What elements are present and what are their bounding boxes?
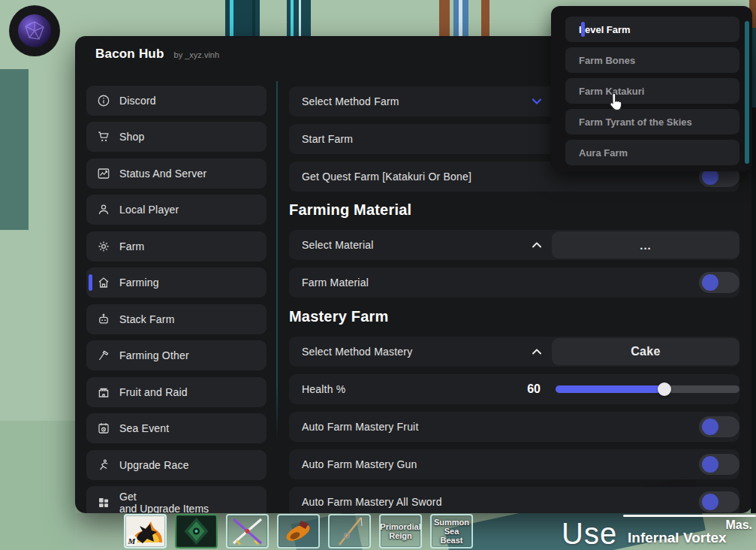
section-title-mastery-farm: Mastery Farm [289, 308, 388, 325]
dropdown-option-label: Farm Katakuri [579, 86, 644, 97]
sidebar-item-label: Local Player [119, 204, 179, 216]
screen: Bacon Hub by _xyz.vinh Discord Shop [0, 0, 756, 550]
slider-knob[interactable] [658, 382, 671, 396]
sidebar-item-stack-farm[interactable]: Stack Farm [86, 304, 267, 334]
auto-farm-mastery-all-sword-row: Auto Farm Mastery All Sword [289, 487, 739, 513]
row-label: Select Method Farm [302, 95, 399, 107]
select-mastery-value: Cake [631, 345, 660, 358]
row-label: Start Farm [302, 133, 353, 145]
skill-slot-label: Summon Sea Beast [432, 515, 471, 547]
toggle-knob [702, 494, 718, 510]
row-label: Select Material [302, 239, 374, 251]
row-label: Get Quest Farm [Katakuri Or Bone] [302, 171, 471, 183]
hotbar-slot-dark-emblem[interactable] [175, 514, 218, 548]
chevron-up-icon[interactable] [529, 344, 544, 359]
select-mastery-value-button[interactable]: Cake [552, 338, 739, 365]
sidebar-item-discord[interactable]: Discord [86, 86, 267, 116]
robot-icon [97, 313, 110, 326]
hotbar-slot-primordial-reign[interactable]: Primordial Reign [379, 514, 422, 548]
row-label: Health % [302, 383, 345, 395]
content-scrollbar[interactable] [276, 81, 278, 442]
sidebar-item-label: Shop [119, 131, 145, 143]
row-label: Auto Farm Mastery Fruit [302, 421, 419, 433]
bg-tower-stripe [299, 0, 301, 38]
dropdown-option-farm-katakuri[interactable]: Farm Katakuri [565, 78, 739, 104]
farm-material-toggle[interactable] [699, 272, 739, 293]
active-indicator [89, 274, 92, 291]
toggle-knob [702, 274, 718, 291]
auto-farm-mastery-gun-toggle[interactable] [699, 454, 739, 475]
grid-icon [97, 496, 110, 509]
sidebar-item-label: Farming Other [119, 349, 189, 361]
hotbar-slot-crossed-swords[interactable] [226, 514, 269, 548]
sidebar-item-upgrade-race[interactable]: Upgrade Race [86, 450, 267, 480]
sidebar-item-get-and-upgrade-items[interactable]: Get and Upgrade Items [86, 486, 267, 513]
dropdown-option-label: Level Farm [579, 24, 631, 35]
dropdown-option-farm-bones[interactable]: Farm Bones [565, 47, 739, 73]
skill-slot-label: Primordial Reign [381, 515, 420, 547]
bg-left-shade [0, 421, 75, 550]
sidebar-item-label: Sea Event [119, 422, 169, 434]
window-header: Bacon Hub by _xyz.vinh [95, 47, 219, 62]
mastery-badge: M [126, 535, 137, 546]
bg-left-structure [0, 69, 29, 230]
sidebar-item-label: Status And Server [119, 168, 206, 180]
info-icon [97, 94, 110, 107]
select-material-row: Select Material ... [289, 230, 739, 260]
hammer-icon [97, 349, 110, 362]
dropdown-option-aura-farm[interactable]: Aura Farm [565, 140, 739, 165]
active-indicator [581, 22, 585, 37]
select-material-value-button[interactable]: ... [552, 231, 739, 258]
dropdown-option-farm-tyrant[interactable]: Farm Tyrant of the Skies [565, 109, 739, 134]
toggle-knob [702, 456, 718, 473]
hotbar-slot-orange-weapon[interactable] [277, 514, 320, 548]
row-label: Select Method Mastery [302, 346, 412, 358]
row-label: Farm Material [302, 277, 369, 289]
health-slider[interactable] [556, 385, 739, 393]
app-title: Bacon Hub [95, 47, 164, 62]
castle-icon [97, 385, 110, 399]
app-byline: by _xyz.vinh [174, 50, 220, 59]
bg-stripe [439, 0, 450, 38]
dropdown-option-label: Farm Bones [579, 55, 635, 66]
chevron-down-icon[interactable] [529, 94, 544, 109]
hotbar-slot-summon-sea-beast[interactable]: Summon Sea Beast [430, 514, 473, 548]
chart-icon [97, 167, 110, 180]
row-label: Auto Farm Mastery All Sword [302, 496, 442, 508]
farm-material-row: Farm Material [289, 267, 739, 298]
bg-stripe [481, 0, 489, 38]
sidebar-item-local-player[interactable]: Local Player [86, 195, 267, 225]
bg-stripe [459, 0, 462, 38]
bg-pillar-shadow [252, 0, 255, 38]
dropdown-option-level-farm[interactable]: Level Farm [565, 17, 739, 42]
auto-farm-mastery-fruit-toggle[interactable] [699, 416, 739, 437]
sidebar-item-sea-event[interactable]: Sea Event [86, 413, 267, 443]
sidebar-item-label: Farm [119, 240, 144, 252]
sidebar-item-fruit-and-raid[interactable]: Fruit and Raid [86, 377, 267, 407]
dropdown-scrollbar[interactable] [745, 21, 749, 164]
sidebar-item-farming-other[interactable]: Farming Other [86, 340, 267, 370]
auto-farm-mastery-gun-row: Auto Farm Mastery Gun [289, 449, 739, 479]
hotbar-slot-fishing-rod[interactable] [328, 514, 371, 548]
sidebar-item-label: Fruit and Raid [119, 386, 188, 398]
calendar-clock-icon [97, 422, 110, 435]
sidebar-item-farm[interactable]: Farm [86, 231, 267, 261]
sidebar-item-shop[interactable]: Shop [86, 122, 267, 152]
sidebar-item-status-and-server[interactable]: Status And Server [86, 159, 267, 189]
sidebar-item-label: Stack Farm [119, 313, 175, 325]
select-method-mastery-row: Select Method Mastery Cake [289, 337, 739, 367]
bg-pillar-light [230, 0, 233, 38]
sidebar-item-farming[interactable]: Farming [86, 267, 267, 298]
auto-farm-mastery-fruit-row: Auto Farm Mastery Fruit [289, 412, 739, 442]
sidebar-item-label: Farming [119, 277, 159, 289]
auto-farm-mastery-all-sword-toggle[interactable] [699, 491, 739, 512]
health-value: 60 [503, 382, 541, 396]
cart-icon [97, 130, 110, 144]
select-material-value: ... [640, 239, 652, 252]
toggle-knob [702, 419, 718, 435]
hotbar-slot-flame-beast[interactable]: M [124, 514, 167, 548]
sidebar-item-label: Upgrade Race [119, 459, 189, 471]
hub-toggle-button[interactable] [9, 5, 60, 56]
sidebar-item-label: Discord [119, 95, 156, 107]
chevron-up-icon[interactable] [529, 237, 544, 252]
